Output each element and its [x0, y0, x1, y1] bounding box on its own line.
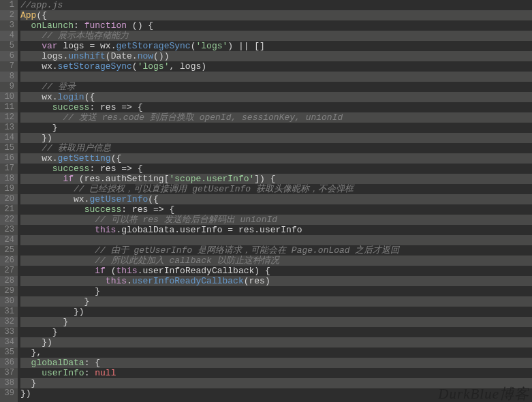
code-line[interactable]: wx.setStorageSync('logs', logs)	[20, 61, 532, 72]
code-line[interactable]	[20, 235, 532, 245]
token-punct: }	[20, 317, 68, 327]
token-var: res	[100, 102, 116, 112]
token-method: login	[58, 92, 84, 102]
line-number: 31	[0, 307, 18, 317]
token-punct: }	[20, 296, 89, 307]
token-var: userInfoReadyCallback	[142, 266, 254, 276]
token-punct: , logs)	[169, 61, 206, 72]
token-var: res	[132, 204, 148, 215]
watermark-text: DurkBlue博客	[438, 389, 529, 399]
code-line[interactable]: wx.getUserInfo({	[20, 194, 532, 204]
line-number: 6	[0, 51, 18, 61]
line-number: 38	[0, 378, 18, 388]
line-number: 39	[0, 388, 18, 399]
token-punct: ) {	[254, 266, 270, 276]
code-line[interactable]: // 获取用户信息	[20, 143, 532, 153]
token-method: now	[138, 51, 153, 61]
token-this: this	[106, 276, 127, 286]
code-line[interactable]: wx.login({	[20, 92, 532, 102]
code-line[interactable]: success: res => {	[20, 204, 532, 215]
token-var	[20, 20, 31, 31]
token-var	[20, 204, 84, 215]
code-line[interactable]: userInfo: null	[20, 368, 532, 378]
code-line[interactable]: this.userInfoReadyCallback(res)	[20, 276, 532, 286]
token-var: res	[100, 164, 116, 174]
line-number: 24	[0, 235, 18, 245]
token-punct: :	[89, 102, 100, 112]
token-comment: // 可以将 res 发送给后台解码出 unionId	[95, 215, 277, 225]
token-punct: ]) {	[254, 174, 275, 184]
token-prop: onLaunch	[31, 20, 74, 31]
line-number: 9	[0, 82, 18, 92]
token-punct: .	[174, 225, 180, 235]
token-punct: },	[20, 347, 42, 358]
code-line[interactable]: }	[20, 123, 532, 133]
code-line[interactable]: // 已经授权，可以直接调用 getUserInfo 获取头像昵称，不会弹框	[20, 184, 532, 194]
code-line[interactable]: // 可以将 res 发送给后台解码出 unionId	[20, 215, 532, 225]
token-keyword: if	[95, 266, 106, 276]
line-number: 13	[0, 123, 18, 133]
token-punct: ) || []	[228, 41, 265, 51]
line-number: 23	[0, 225, 18, 235]
line-number: 14	[0, 133, 18, 143]
token-punct: })	[20, 388, 31, 399]
code-line[interactable]: // 展示本地存储能力	[20, 31, 532, 41]
token-keyword: function	[84, 20, 127, 31]
code-line[interactable]: var logs = wx.getStorageSync('logs') || …	[20, 41, 532, 51]
code-line[interactable]: // 由于 getUserInfo 是网络请求，可能会在 Page.onLoad…	[20, 245, 532, 256]
line-number: 26	[0, 256, 18, 266]
line-number-gutter: 1234567891011121314151617181920212223242…	[0, 0, 18, 402]
code-line[interactable]: // 登录	[20, 82, 532, 92]
token-prop: globalData	[31, 358, 84, 368]
line-number: 12	[0, 112, 18, 123]
code-line[interactable]: success: res => {	[20, 164, 532, 174]
line-number: 34	[0, 337, 18, 347]
code-line[interactable]: if (res.authSetting['scope.userInfo']) {	[20, 174, 532, 184]
token-method: userInfoReadyCallback	[132, 276, 244, 286]
token-var	[20, 256, 95, 266]
line-number: 2	[0, 10, 18, 20]
code-line[interactable]: this.globalData.userInfo = res.userInfo	[20, 225, 532, 235]
code-line[interactable]: })	[20, 133, 532, 143]
code-line[interactable]: success: res => {	[20, 102, 532, 112]
token-punct: : {	[84, 358, 100, 368]
code-line[interactable]: }	[20, 327, 532, 337]
code-line[interactable]: // 所以此处加入 callback 以防止这种情况	[20, 256, 532, 266]
code-line[interactable]: if (this.userInfoReadyCallback) {	[20, 266, 532, 276]
token-prop: success	[52, 164, 90, 174]
code-line[interactable]: })	[20, 307, 532, 317]
token-prop: success	[52, 102, 90, 112]
code-line[interactable]: },	[20, 347, 532, 358]
token-var	[20, 41, 42, 51]
line-number: 36	[0, 358, 18, 368]
code-line[interactable]: }	[20, 296, 532, 307]
code-line[interactable]: wx.getSetting({	[20, 153, 532, 164]
line-number: 17	[0, 164, 18, 174]
code-line[interactable]: onLaunch: function () {	[20, 20, 532, 31]
line-number: 1	[0, 0, 18, 10]
token-var	[20, 266, 95, 276]
code-line[interactable]: }	[20, 317, 532, 327]
token-comment: // 获取用户信息	[42, 143, 110, 153]
token-punct: })	[20, 337, 52, 347]
code-line[interactable]: logs.unshift(Date.now())	[20, 51, 532, 61]
code-line[interactable]: // 发送 res.code 到后台换取 openId, sessionKey,…	[20, 112, 532, 123]
code-area[interactable]: //app.jsApp({ onLaunch: function () { //…	[18, 0, 532, 402]
code-line[interactable]: }	[20, 286, 532, 296]
token-punct: => {	[116, 164, 142, 174]
code-line[interactable]: })	[20, 337, 532, 347]
token-var: wx.	[20, 194, 89, 204]
token-var	[20, 143, 42, 153]
token-punct: ({	[148, 194, 159, 204]
code-line[interactable]	[20, 72, 532, 82]
token-punct: .	[127, 276, 132, 286]
code-line[interactable]: App({	[20, 10, 532, 20]
token-comment: // 所以此处加入 callback 以防止这种情况	[95, 256, 279, 266]
line-number: 7	[0, 61, 18, 72]
token-var: wx.	[20, 61, 58, 72]
token-punct: :	[89, 164, 100, 174]
token-method: getSetting	[58, 153, 111, 164]
token-var	[20, 368, 42, 378]
code-line[interactable]: globalData: {	[20, 358, 532, 368]
code-line[interactable]: //app.js	[20, 0, 532, 10]
